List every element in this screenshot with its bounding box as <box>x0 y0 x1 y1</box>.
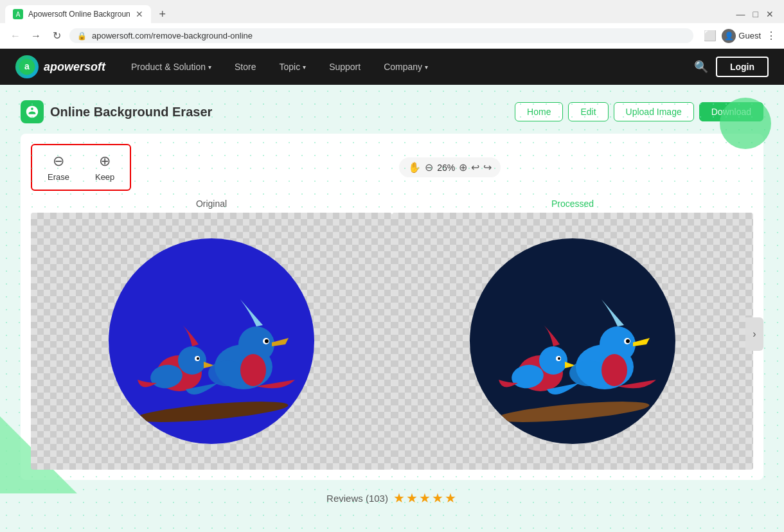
svg-point-24 <box>626 339 630 343</box>
original-bird-circle <box>109 238 314 444</box>
svg-point-14 <box>495 398 650 427</box>
browser-tab[interactable]: A Apowersoft Online Backgroun ✕ <box>5 5 151 23</box>
keep-icon: ⊕ <box>99 153 111 170</box>
site-logo[interactable]: a apowersoft <box>15 55 105 78</box>
keep-label: Keep <box>95 172 114 182</box>
guest-avatar: 👤 <box>722 29 736 43</box>
original-birds-svg <box>109 238 314 444</box>
nav-item-topic[interactable]: Topic ▾ <box>269 57 316 77</box>
extensions-icon[interactable]: ⬜ <box>704 30 717 42</box>
processed-canvas <box>392 213 753 470</box>
tab-close-button[interactable]: ✕ <box>136 9 143 19</box>
tool-header: Online Background Eraser Home Edit Uploa… <box>21 100 763 123</box>
forward-button[interactable]: → <box>28 28 44 44</box>
edit-button[interactable]: Edit <box>568 102 608 121</box>
tool-title-area: Online Background Eraser <box>21 100 212 123</box>
svg-point-25 <box>601 354 627 386</box>
processed-label: Processed <box>392 199 753 209</box>
processed-panel: Processed <box>392 199 753 470</box>
chevron-down-icon: ▾ <box>425 64 428 71</box>
original-panel: Original <box>31 199 392 470</box>
tool-title: Online Background Eraser <box>50 105 212 120</box>
refresh-button[interactable]: ↻ <box>49 28 64 44</box>
image-panels: Original <box>31 199 753 470</box>
site-navigation: a apowersoft Product & Solution ▾ Store … <box>0 49 784 85</box>
new-tab-button[interactable]: + <box>154 5 172 23</box>
decoration-circle <box>720 98 771 149</box>
nav-item-support[interactable]: Support <box>319 57 371 77</box>
login-button[interactable]: Login <box>716 57 769 77</box>
nav-item-product[interactable]: Product & Solution ▾ <box>121 57 222 77</box>
minimize-button[interactable]: — <box>736 9 745 19</box>
close-window-button[interactable]: ✕ <box>766 9 774 19</box>
chevron-down-icon: ▾ <box>303 64 306 71</box>
main-content: Online Background Eraser Home Edit Uploa… <box>0 85 784 532</box>
nav-item-store[interactable]: Store <box>224 57 266 77</box>
logo-icon: a <box>15 55 39 78</box>
home-button[interactable]: Home <box>515 102 563 121</box>
editor-area: ⊖ Erase ⊕ Keep ✋ ⊖ 26% ⊕ ↩ ↪ <box>21 134 763 480</box>
reviews-label: Reviews (103) <box>326 493 388 504</box>
processed-birds-svg <box>470 238 675 444</box>
svg-point-12 <box>265 339 269 343</box>
processed-bird-circle <box>470 238 675 444</box>
logo-text: apowersoft <box>44 60 105 74</box>
lock-icon: 🔒 <box>77 31 87 40</box>
svg-point-13 <box>240 354 266 386</box>
keep-button[interactable]: ⊕ Keep <box>87 150 122 184</box>
pan-tool-icon[interactable]: ✋ <box>408 161 421 173</box>
upload-image-button[interactable]: Upload Image <box>614 102 694 121</box>
url-box[interactable]: 🔒 apowersoft.com/remove-background-onlin… <box>69 28 693 43</box>
address-bar: ← → ↻ 🔒 apowersoft.com/remove-background… <box>0 23 784 49</box>
back-button[interactable]: ← <box>8 28 23 44</box>
browser-menu-button[interactable]: ⋮ <box>766 30 776 42</box>
erase-icon: ⊖ <box>53 153 64 170</box>
zoom-out-button[interactable]: ⊖ <box>425 161 433 173</box>
nav-right: 🔍 Login <box>694 57 769 77</box>
undo-button[interactable]: ↩ <box>471 161 479 173</box>
nav-item-company[interactable]: Company ▾ <box>373 57 438 77</box>
svg-point-7 <box>197 357 199 360</box>
original-label: Original <box>31 199 392 209</box>
svg-point-2 <box>134 398 289 427</box>
redo-button[interactable]: ↪ <box>483 161 492 173</box>
search-icon[interactable]: 🔍 <box>694 60 708 74</box>
tab-title: Apowersoft Online Backgroun <box>28 10 130 19</box>
zoom-percent: 26% <box>437 163 455 173</box>
svg-point-17 <box>539 346 567 375</box>
tool-icon <box>21 100 44 123</box>
browser-menu-icons: ⬜ 👤 Guest ⋮ <box>704 29 776 43</box>
url-text: apowersoft.com/remove-background-online <box>92 31 253 40</box>
chevron-down-icon: ▾ <box>208 64 211 71</box>
guest-profile[interactable]: 👤 Guest <box>722 29 761 43</box>
guest-label: Guest <box>738 31 761 40</box>
browser-chrome: A Apowersoft Online Backgroun ✕ + — □ ✕ … <box>0 0 784 49</box>
tab-favicon: A <box>13 9 23 19</box>
svg-point-5 <box>178 346 206 375</box>
side-expand-button[interactable]: › <box>745 317 763 351</box>
reviews-bar: Reviews (103) ★★★★★ <box>21 480 763 516</box>
erase-button[interactable]: ⊖ Erase <box>40 150 77 184</box>
maximize-button[interactable]: □ <box>753 9 758 19</box>
erase-label: Erase <box>48 172 69 182</box>
zoom-in-button[interactable]: ⊕ <box>459 161 467 173</box>
star-rating: ★★★★★ <box>393 490 458 506</box>
original-canvas <box>31 213 392 470</box>
svg-point-19 <box>558 357 560 360</box>
svg-text:a: a <box>24 61 30 71</box>
erase-keep-panel: ⊖ Erase ⊕ Keep <box>31 144 131 191</box>
nav-items: Product & Solution ▾ Store Topic ▾ Suppo… <box>121 57 694 77</box>
editor-toolbar: ⊖ Erase ⊕ Keep ✋ ⊖ 26% ⊕ ↩ ↪ <box>31 144 753 191</box>
tab-bar: A Apowersoft Online Backgroun ✕ + — □ ✕ <box>0 0 784 23</box>
window-controls: — □ ✕ <box>736 9 779 19</box>
zoom-controls: ✋ ⊖ 26% ⊕ ↩ ↪ <box>399 157 501 177</box>
